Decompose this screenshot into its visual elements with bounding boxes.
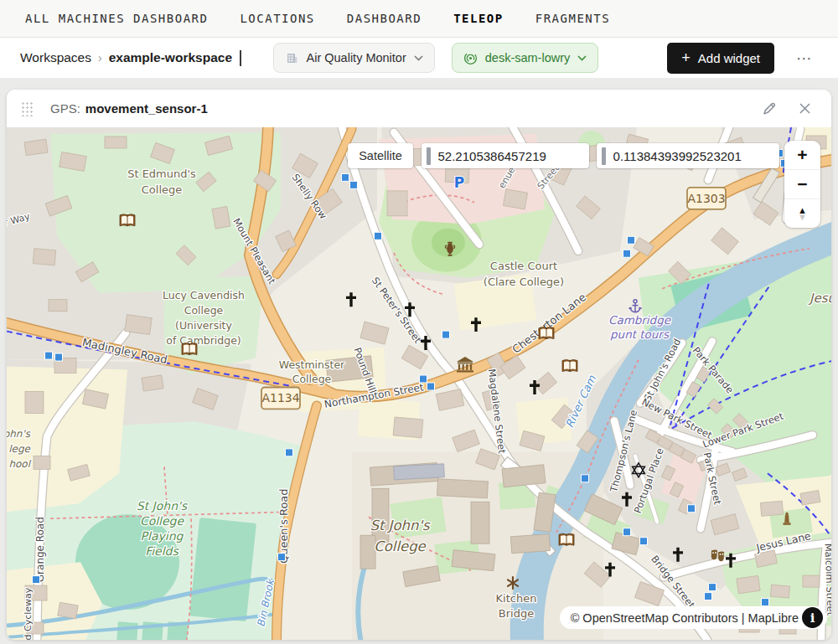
- book-icon: [539, 327, 554, 339]
- map-building: [437, 479, 489, 498]
- nav-tab-teleop[interactable]: TELEOP: [453, 12, 504, 25]
- zoom-in-button[interactable]: +: [784, 141, 820, 169]
- map-label: ohn'slegehool: [7, 428, 32, 470]
- building-icon: [285, 51, 299, 65]
- gps-marker[interactable]: [705, 593, 712, 600]
- book-icon: [559, 533, 574, 545]
- map-building: [760, 501, 783, 516]
- book-icon: [562, 360, 577, 372]
- latitude-input[interactable]: [438, 149, 589, 163]
- close-icon[interactable]: [799, 102, 811, 115]
- gps-widget-card: GPS: movement_sensor-1: [7, 90, 831, 640]
- breadcrumb-root[interactable]: Workspaces: [20, 50, 91, 65]
- book-icon: [182, 343, 197, 355]
- gps-marker[interactable]: [350, 181, 358, 188]
- road-shield-label: A1303: [687, 192, 725, 205]
- gps-marker[interactable]: [709, 584, 716, 591]
- map-building: [105, 137, 127, 148]
- map-canvas[interactable]: St Edmund'sCollegeLucy CavendishCollege(…: [7, 127, 831, 640]
- gps-marker[interactable]: [623, 528, 631, 536]
- book-icon: [120, 214, 135, 226]
- top-nav: ALL MACHINES DASHBOARDLOCATIONSDASHBOARD…: [0, 0, 838, 38]
- map-label: Jesus Green: [808, 291, 831, 306]
- longitude-input[interactable]: [613, 149, 779, 163]
- map-building: [737, 575, 760, 593]
- map-building: [803, 575, 820, 587]
- text-caret: [240, 50, 241, 66]
- widget-title-prefix: GPS:: [50, 101, 80, 116]
- map-building: [34, 456, 50, 469]
- map-building: [212, 206, 230, 229]
- map-building: [49, 300, 67, 312]
- device-selector[interactable]: desk-sam-lowry: [452, 43, 599, 73]
- zoom-out-button[interactable]: −: [784, 169, 820, 198]
- chevron-down-icon: [577, 55, 587, 61]
- nav-tab-locations[interactable]: LOCATIONS: [240, 12, 314, 25]
- map-label: d Cycleway: [23, 587, 34, 640]
- gps-marker[interactable]: [375, 232, 382, 240]
- nav-tab-fragments[interactable]: FRAGMENTS: [535, 12, 610, 25]
- map-building: [387, 191, 407, 216]
- map-building: [502, 465, 546, 487]
- breadcrumb-current: example-workspace: [109, 50, 232, 65]
- add-widget-label: Add widget: [698, 51, 760, 65]
- chevron-down-icon: [414, 55, 423, 61]
- widget-title: GPS: movement_sensor-1: [50, 101, 208, 116]
- page-body: GPS: movement_sensor-1: [0, 78, 838, 644]
- gps-marker[interactable]: [33, 576, 40, 584]
- map-attribution: © OpenStreetMap Contributors | MapLibre …: [560, 606, 823, 629]
- map-building: [394, 464, 445, 480]
- compass-button[interactable]: ▲ ▼: [784, 198, 820, 228]
- map-building: [510, 534, 550, 554]
- breadcrumb: Workspaces › example-workspace: [20, 50, 241, 66]
- map-building: [770, 585, 789, 598]
- map-label: Queen's Road: [277, 488, 290, 564]
- gps-marker[interactable]: [628, 236, 635, 244]
- widget-header: GPS: movement_sensor-1: [7, 90, 831, 127]
- machine-selector[interactable]: Air Quality Monitor: [273, 43, 435, 73]
- parking-icon: P: [454, 174, 464, 191]
- gps-marker[interactable]: [420, 375, 427, 383]
- gps-marker[interactable]: [640, 538, 648, 545]
- drag-bar-icon[interactable]: [427, 147, 431, 165]
- map-building: [503, 189, 527, 209]
- add-widget-button[interactable]: + Add widget: [667, 43, 774, 74]
- gps-marker[interactable]: [762, 599, 769, 606]
- drag-handle-icon[interactable]: [20, 100, 33, 116]
- map-building: [142, 375, 163, 391]
- nav-tab-dashboard[interactable]: DASHBOARD: [347, 12, 422, 25]
- toolbar: Workspaces › example-workspace Air Quali…: [0, 38, 838, 78]
- map-building: [471, 502, 489, 544]
- gps-marker[interactable]: [442, 331, 450, 338]
- gps-marker[interactable]: [582, 475, 589, 482]
- info-icon[interactable]: i: [802, 607, 823, 628]
- map-building: [125, 315, 152, 335]
- widget-title-name: movement_sensor-1: [85, 101, 208, 116]
- overflow-menu-button[interactable]: ⋯: [791, 45, 818, 71]
- road-shield-label: A1134: [261, 391, 299, 404]
- gps-marker[interactable]: [45, 352, 53, 359]
- machine-selector-label: Air Quality Monitor: [307, 51, 406, 64]
- longitude-field: [597, 143, 779, 168]
- gps-marker[interactable]: [623, 250, 631, 257]
- map-building: [25, 391, 44, 413]
- map-widget: St Edmund'sCollegeLucy CavendishCollege(…: [7, 127, 831, 640]
- nav-tab-all-machines-dashboard[interactable]: ALL MACHINES DASHBOARD: [25, 12, 208, 25]
- gps-marker[interactable]: [688, 505, 696, 513]
- breadcrumb-separator-icon: ›: [98, 51, 102, 64]
- map-zoom-controls: + − ▲ ▼: [784, 141, 820, 228]
- attribution-text: © OpenStreetMap Contributors | MapLibre: [560, 606, 827, 629]
- device-selector-label: desk-sam-lowry: [485, 51, 571, 64]
- gps-marker[interactable]: [55, 353, 63, 361]
- gps-marker[interactable]: [286, 449, 293, 456]
- gps-marker[interactable]: [342, 173, 349, 181]
- gps-marker[interactable]: [427, 383, 435, 390]
- gps-marker[interactable]: [278, 554, 286, 561]
- compass-down-icon: ▼: [798, 214, 807, 220]
- satellite-style-button[interactable]: Satellite: [348, 143, 413, 168]
- edit-pencil-icon[interactable]: [760, 100, 776, 116]
- latitude-field: [422, 143, 589, 168]
- drag-bar-icon[interactable]: [602, 147, 606, 165]
- live-target-icon: [463, 51, 478, 65]
- plus-icon: +: [681, 50, 691, 65]
